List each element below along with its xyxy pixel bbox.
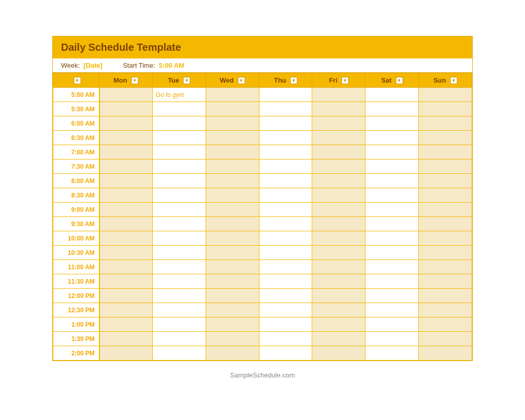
cell-sun-630AM[interactable] — [419, 131, 472, 145]
cell-mon-930AM[interactable] — [99, 217, 153, 231]
cell-mon-1100AM[interactable] — [99, 260, 153, 274]
cell-wed-100PM[interactable] — [206, 317, 259, 332]
sun-dropdown[interactable]: ▼ — [450, 77, 457, 84]
cell-tue-130PM[interactable] — [152, 332, 206, 346]
cell-fri-1000AM[interactable] — [312, 231, 366, 246]
cell-sun-1100AM[interactable] — [419, 260, 472, 274]
cell-thu-500AM[interactable] — [259, 88, 312, 102]
cell-sat-730AM[interactable] — [366, 159, 419, 174]
cell-thu-1030AM[interactable] — [259, 246, 312, 260]
cell-thu-100PM[interactable] — [259, 317, 312, 332]
cell-thu-600AM[interactable] — [259, 116, 312, 131]
sat-dropdown[interactable]: ▼ — [396, 77, 403, 84]
cell-sat-700AM[interactable] — [366, 145, 419, 159]
cell-sat-1230PM[interactable] — [366, 303, 419, 317]
cell-fri-930AM[interactable] — [312, 217, 366, 231]
cell-sat-1130AM[interactable] — [366, 274, 419, 289]
cell-wed-830AM[interactable] — [206, 188, 259, 203]
cell-thu-1000AM[interactable] — [259, 231, 312, 246]
cell-mon-800AM[interactable] — [99, 174, 153, 188]
cell-tue-900AM[interactable] — [152, 203, 206, 217]
cell-thu-1100AM[interactable] — [259, 260, 312, 274]
cell-tue-1030AM[interactable] — [152, 246, 206, 260]
cell-sat-930AM[interactable] — [366, 217, 419, 231]
cell-thu-830AM[interactable] — [259, 188, 312, 203]
cell-mon-530AM[interactable] — [99, 102, 153, 116]
cell-fri-530AM[interactable] — [312, 102, 366, 116]
cell-thu-1130AM[interactable] — [259, 274, 312, 289]
cell-thu-900AM[interactable] — [259, 203, 312, 217]
mon-dropdown[interactable]: ▼ — [131, 77, 138, 84]
cell-mon-200PM[interactable] — [99, 346, 153, 361]
cell-tue-630AM[interactable] — [152, 131, 206, 145]
cell-sat-1200PM[interactable] — [366, 289, 419, 303]
cell-wed-1100AM[interactable] — [206, 260, 259, 274]
cell-sat-800AM[interactable] — [366, 174, 419, 188]
cell-sun-500AM[interactable] — [419, 88, 472, 102]
cell-fri-800AM[interactable] — [312, 174, 366, 188]
cell-wed-630AM[interactable] — [206, 131, 259, 145]
cell-tue-830AM[interactable] — [152, 188, 206, 203]
cell-fri-1100AM[interactable] — [312, 260, 366, 274]
cell-mon-100PM[interactable] — [99, 317, 153, 332]
cell-mon-1030AM[interactable] — [99, 246, 153, 260]
cell-sat-500AM[interactable] — [366, 88, 419, 102]
cell-tue-1130AM[interactable] — [152, 274, 206, 289]
cell-sun-1200PM[interactable] — [419, 289, 472, 303]
cell-sun-1230PM[interactable] — [419, 303, 472, 317]
cell-sat-530AM[interactable] — [366, 102, 419, 116]
cell-sat-1000AM[interactable] — [366, 231, 419, 246]
cell-sat-1030AM[interactable] — [366, 246, 419, 260]
cell-tue-100PM[interactable] — [152, 317, 206, 332]
cell-mon-1200PM[interactable] — [99, 289, 153, 303]
cell-tue-1100AM[interactable] — [152, 260, 206, 274]
cell-sun-200PM[interactable] — [419, 346, 472, 361]
cell-fri-600AM[interactable] — [312, 116, 366, 131]
cell-wed-600AM[interactable] — [206, 116, 259, 131]
cell-thu-130PM[interactable] — [259, 332, 312, 346]
cell-sat-900AM[interactable] — [366, 203, 419, 217]
cell-wed-930AM[interactable] — [206, 217, 259, 231]
thu-dropdown[interactable]: ▼ — [290, 77, 297, 84]
cell-sun-530AM[interactable] — [419, 102, 472, 116]
cell-wed-1000AM[interactable] — [206, 231, 259, 246]
cell-sat-600AM[interactable] — [366, 116, 419, 131]
cell-thu-1200PM[interactable] — [259, 289, 312, 303]
cell-mon-900AM[interactable] — [99, 203, 153, 217]
cell-sun-100PM[interactable] — [419, 317, 472, 332]
cell-tue-800AM[interactable] — [152, 174, 206, 188]
cell-sun-1130AM[interactable] — [419, 274, 472, 289]
cell-wed-1030AM[interactable] — [206, 246, 259, 260]
cell-tue-200PM[interactable] — [152, 346, 206, 361]
wed-dropdown[interactable]: ▼ — [238, 77, 245, 84]
cell-sat-130PM[interactable] — [366, 332, 419, 346]
cell-mon-600AM[interactable] — [99, 116, 153, 131]
cell-sat-200PM[interactable] — [366, 346, 419, 361]
cell-fri-830AM[interactable] — [312, 188, 366, 203]
cell-fri-730AM[interactable] — [312, 159, 366, 174]
cell-tue-730AM[interactable] — [152, 159, 206, 174]
cell-wed-700AM[interactable] — [206, 145, 259, 159]
cell-sun-930AM[interactable] — [419, 217, 472, 231]
cell-fri-100PM[interactable] — [312, 317, 366, 332]
cell-tue-600AM[interactable] — [152, 116, 206, 131]
cell-sun-600AM[interactable] — [419, 116, 472, 131]
cell-thu-630AM[interactable] — [259, 131, 312, 145]
cell-wed-800AM[interactable] — [206, 174, 259, 188]
cell-tue-930AM[interactable] — [152, 217, 206, 231]
cell-fri-1200PM[interactable] — [312, 289, 366, 303]
cell-wed-1130AM[interactable] — [206, 274, 259, 289]
time-dropdown[interactable]: ▼ — [74, 77, 81, 84]
cell-wed-500AM[interactable] — [206, 88, 259, 102]
cell-mon-1230PM[interactable] — [99, 303, 153, 317]
cell-wed-1200PM[interactable] — [206, 289, 259, 303]
cell-wed-530AM[interactable] — [206, 102, 259, 116]
cell-fri-200PM[interactable] — [312, 346, 366, 361]
cell-wed-1230PM[interactable] — [206, 303, 259, 317]
cell-tue-700AM[interactable] — [152, 145, 206, 159]
cell-fri-630AM[interactable] — [312, 131, 366, 145]
cell-mon-830AM[interactable] — [99, 188, 153, 203]
cell-thu-730AM[interactable] — [259, 159, 312, 174]
cell-sun-130PM[interactable] — [419, 332, 472, 346]
cell-wed-900AM[interactable] — [206, 203, 259, 217]
